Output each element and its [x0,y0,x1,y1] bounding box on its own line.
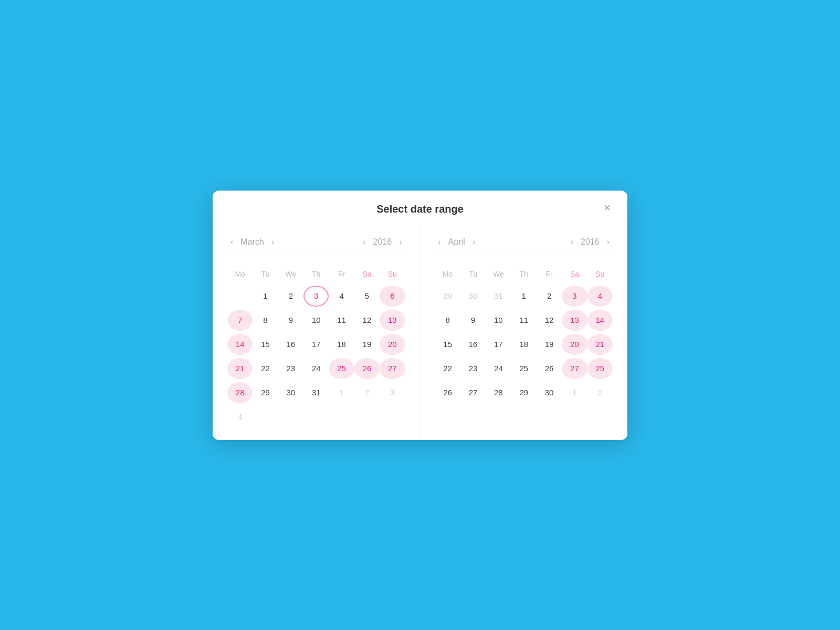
right-days-grid: 29 30 31 1 2 3 4 8 9 10 11 12 13 14 15 1… [435,286,613,403]
day-cell[interactable]: 11 [511,310,537,331]
day-cell[interactable]: 10 [486,310,511,331]
day-cell-outside: 29 [435,286,460,307]
right-month-label: April [448,237,465,247]
day-cell-outside: 31 [486,286,511,307]
day-cell[interactable]: 9 [460,310,486,331]
right-month-nav: ‹ April › [435,237,479,247]
day-cell[interactable]: 25 [511,358,537,379]
weekday-su: Su [380,267,405,281]
left-month-next-button[interactable]: › [268,237,277,247]
day-cell[interactable]: 23 [460,358,486,379]
day-cell[interactable]: 19 [354,334,380,355]
day-cell[interactable]: 9 [278,310,303,331]
day-cell[interactable]: 5 [354,286,380,307]
day-cell[interactable]: 2 [278,286,303,307]
day-cell-weekend[interactable]: 25 [329,358,354,379]
day-cell[interactable]: 17 [303,334,329,355]
right-year-prev-button[interactable]: ‹ [568,237,576,247]
weekday-fr: Fr [329,267,354,281]
day-cell-weekend[interactable]: 14 [227,334,253,355]
day-cell-outside: 1 [562,382,587,403]
day-cell-outside: 2 [587,382,613,403]
day-cell[interactable]: 10 [303,310,329,331]
day-cell[interactable]: 29 [511,382,537,403]
day-cell-weekend[interactable]: 21 [227,358,253,379]
weekday-fr: Fr [537,267,562,281]
day-cell[interactable]: 4 [329,286,354,307]
weekday-su: Su [587,267,613,281]
day-cell[interactable]: 24 [303,358,329,379]
weekday-th: Th [511,267,537,281]
day-cell[interactable]: 12 [354,310,380,331]
calendars-container: ‹ March › ‹ 2016 › Mo Tu We Th Fr Sa Su [213,226,627,440]
right-year-next-button[interactable]: › [604,237,613,247]
day-cell[interactable]: 26 [435,382,460,403]
day-cell[interactable]: 24 [486,358,511,379]
day-cell[interactable]: 1 [511,286,537,307]
close-button[interactable]: × [602,200,613,216]
day-cell[interactable]: 22 [253,358,278,379]
day-cell-weekend[interactable]: 25 [587,358,613,379]
left-month-nav: ‹ March › [227,237,277,247]
left-month-prev-button[interactable]: ‹ [227,237,236,247]
day-cell-weekend[interactable]: 7 [227,310,253,331]
day-cell-weekend[interactable]: 13 [380,310,405,331]
day-cell-weekend[interactable]: 13 [562,310,587,331]
day-cell[interactable]: 15 [253,334,278,355]
day-cell[interactable]: 12 [537,310,562,331]
day-cell[interactable]: 29 [253,382,278,403]
day-cell[interactable]: 15 [435,334,460,355]
day-cell[interactable]: 2 [537,286,562,307]
weekday-th: Th [303,267,329,281]
right-month-next-button[interactable]: › [469,237,478,247]
day-cell-outside: 30 [460,286,486,307]
weekday-mo: Mo [227,267,253,281]
day-cell[interactable]: 18 [329,334,354,355]
left-year-nav: ‹ 2016 › [360,237,405,247]
left-year-next-button[interactable]: › [396,237,405,247]
day-cell-weekend[interactable]: 4 [587,286,613,307]
weekday-tu: Tu [253,267,278,281]
day-cell[interactable]: 27 [460,382,486,403]
day-cell-outside: 1 [329,382,354,403]
day-cell-weekend[interactable]: 21 [587,334,613,355]
day-cell-weekend[interactable]: 20 [380,334,405,355]
day-cell[interactable]: 22 [435,358,460,379]
day-cell-outside: 2 [354,382,380,403]
day-cell[interactable]: 31 [303,382,329,403]
left-year-label: 2016 [373,237,392,247]
day-cell-weekend[interactable]: 27 [562,358,587,379]
left-calendar-nav: ‹ March › ‹ 2016 › [227,237,405,256]
left-calendar-panel: ‹ March › ‹ 2016 › Mo Tu We Th Fr Sa Su [213,226,421,440]
right-month-prev-button[interactable]: ‹ [435,237,444,247]
day-cell-weekend[interactable]: 3 [562,286,587,307]
day-cell[interactable]: 19 [537,334,562,355]
day-cell[interactable]: 18 [511,334,537,355]
day-cell-weekend[interactable]: 27 [380,358,405,379]
day-cell[interactable]: 16 [460,334,486,355]
day-cell-weekend[interactable]: 26 [354,358,380,379]
day-cell-weekend[interactable]: 14 [587,310,613,331]
day-cell[interactable]: 23 [278,358,303,379]
left-month-label: March [240,237,264,247]
right-year-nav: ‹ 2016 › [568,237,613,247]
left-year-prev-button[interactable]: ‹ [360,237,369,247]
day-cell[interactable]: 26 [537,358,562,379]
day-cell-outside: 3 [380,382,405,403]
right-calendar-nav: ‹ April › ‹ 2016 › [435,237,613,256]
day-cell[interactable]: 8 [253,310,278,331]
day-cell[interactable]: 30 [278,382,303,403]
day-cell-weekend[interactable]: 20 [562,334,587,355]
day-cell[interactable]: 17 [486,334,511,355]
day-cell[interactable]: 11 [329,310,354,331]
day-cell-weekend[interactable]: 28 [227,382,253,403]
day-cell[interactable]: 28 [486,382,511,403]
day-cell[interactable]: 30 [537,382,562,403]
day-cell[interactable]: 1 [253,286,278,307]
day-cell-selected[interactable]: 3 [303,286,329,307]
day-cell-weekend[interactable]: 6 [380,286,405,307]
day-cell[interactable]: 16 [278,334,303,355]
day-cell [227,286,253,307]
weekday-we: We [278,267,303,281]
day-cell[interactable]: 8 [435,310,460,331]
